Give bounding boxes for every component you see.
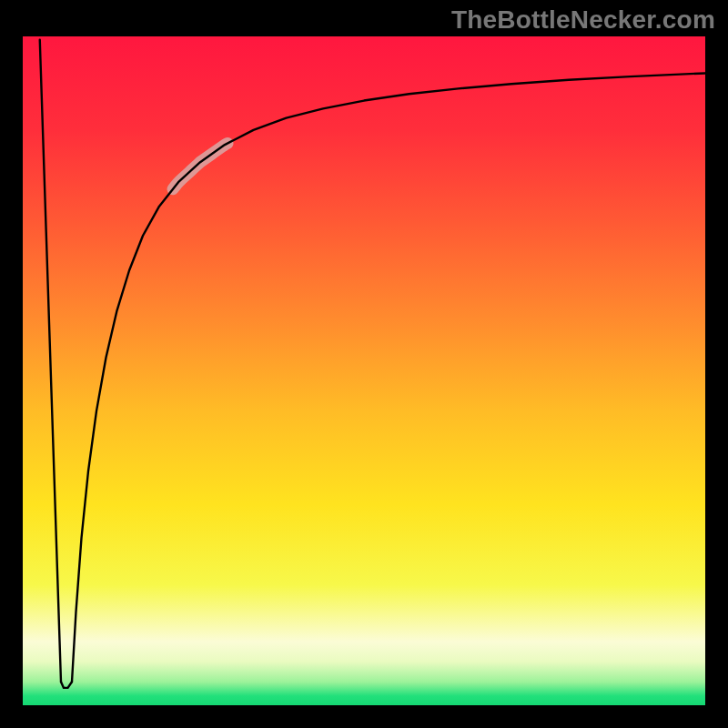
plot-background (23, 36, 705, 705)
watermark-label: TheBottleNecker.com (451, 5, 715, 35)
chart-container: TheBottleNecker.com (0, 0, 728, 728)
bottleneck-chart (0, 0, 728, 728)
